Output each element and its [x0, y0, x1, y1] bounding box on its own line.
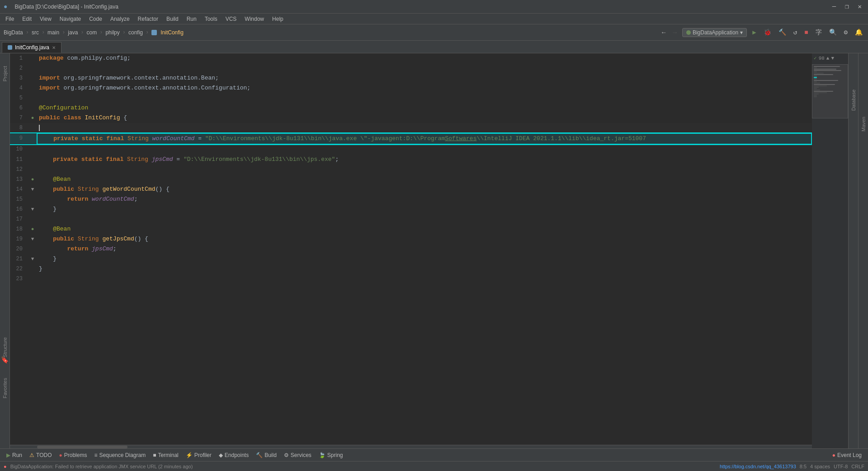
run-tool-button[interactable]: ▶ Run: [4, 451, 25, 459]
forward-button[interactable]: →: [671, 28, 678, 37]
line-content[interactable]: [37, 274, 811, 284]
line-number: 6: [10, 103, 28, 113]
line-content[interactable]: private static final String wordCountCmd…: [37, 133, 811, 144]
run-config-dropdown[interactable]: BigDataApplication ▾: [682, 28, 747, 37]
debug-button[interactable]: 🐞: [762, 28, 773, 37]
line-content[interactable]: private static final String jpsCmd = "D:…: [37, 155, 811, 165]
table-row: 17: [10, 214, 811, 224]
line-content[interactable]: public class InitConfig {: [37, 113, 811, 123]
menu-edit[interactable]: Edit: [19, 15, 35, 23]
menu-vcs[interactable]: VCS: [222, 15, 241, 23]
line-content[interactable]: [37, 214, 811, 224]
problems-tool-button[interactable]: ● Problems: [56, 451, 90, 459]
line-content[interactable]: }: [37, 264, 811, 274]
back-button[interactable]: ←: [660, 28, 667, 37]
maven-tool-button[interactable]: Maven: [861, 117, 866, 132]
menu-tools[interactable]: Tools: [201, 15, 221, 23]
caret-up-icon[interactable]: ▲: [826, 56, 830, 61]
menu-navigate[interactable]: Navigate: [56, 15, 85, 23]
services-tool-button[interactable]: ⚙ Services: [281, 451, 314, 459]
line-content[interactable]: return jpsCmd;: [37, 244, 811, 254]
breadcrumb-bigdata[interactable]: BigData: [4, 29, 23, 36]
line-content[interactable]: [37, 165, 811, 174]
search-button[interactable]: 🔍: [827, 28, 839, 37]
menu-build[interactable]: Build: [163, 15, 182, 23]
minimize-button[interactable]: —: [830, 2, 839, 11]
run-button[interactable]: ▶: [750, 28, 758, 37]
line-content[interactable]: public String getJpsCmd() {: [37, 234, 811, 244]
todo-tool-button[interactable]: ⚠ TODO: [27, 451, 54, 459]
line-content[interactable]: @Bean: [37, 224, 811, 234]
tab-label: InitConfig.java: [15, 44, 49, 51]
code-container[interactable]: 1 package com.philpy.config; 2 3: [10, 53, 812, 445]
tab-close-button[interactable]: ✕: [52, 45, 56, 50]
line-content[interactable]: return wordCountCmd;: [37, 194, 811, 204]
settings-button[interactable]: ⚙: [842, 28, 849, 37]
line-content[interactable]: }: [37, 254, 811, 264]
stop-button[interactable]: ■: [802, 28, 810, 37]
close-button[interactable]: ✕: [855, 2, 864, 11]
line-gutter: [28, 155, 37, 165]
editor-area: 1 package com.philpy.config; 2 3: [10, 53, 812, 448]
line-number: 20: [10, 244, 28, 254]
translate-button[interactable]: 字: [814, 28, 824, 38]
project-tool-button[interactable]: Project: [2, 62, 8, 85]
line-content[interactable]: import org.springframework.context.annot…: [37, 83, 811, 93]
main-area: Project Structure 🔖 Favorites 1 package …: [0, 53, 868, 448]
menu-run[interactable]: Run: [183, 15, 200, 23]
terminal-tool-button[interactable]: ■ Terminal: [150, 451, 181, 459]
caret-down-icon[interactable]: ▼: [831, 56, 834, 61]
endpoints-tool-button[interactable]: ◆ Endpoints: [216, 451, 251, 459]
table-row: 1 package com.philpy.config;: [10, 53, 811, 63]
build-tool-label: Build: [264, 452, 277, 458]
favorites-tool-button[interactable]: Favorites: [2, 374, 8, 402]
horizontal-scrollbar[interactable]: [10, 445, 812, 448]
line-number: 7: [10, 113, 28, 123]
status-link[interactable]: https://blog.csdn.net/qq_43613793: [720, 464, 796, 469]
profiler-tool-button[interactable]: ⚡ Profiler: [183, 451, 214, 459]
breadcrumb-src[interactable]: src: [32, 29, 39, 36]
bookmarks-icon[interactable]: 🔖: [1, 356, 9, 364]
line-content[interactable]: @Bean: [37, 174, 811, 184]
breadcrumb-main[interactable]: main: [47, 29, 59, 36]
line-number: 10: [10, 144, 28, 155]
notifications-button[interactable]: 🔔: [853, 28, 864, 37]
spring-tool-button[interactable]: 🍃 Spring: [316, 451, 346, 459]
run-config-icon: [686, 30, 691, 35]
menu-view[interactable]: View: [36, 15, 55, 23]
line-content[interactable]: [37, 63, 811, 73]
event-log-tool-button[interactable]: ● Event Log: [830, 451, 864, 459]
tab-initconfig[interactable]: InitConfig.java ✕: [2, 42, 61, 53]
sync-button[interactable]: ↺: [792, 28, 799, 37]
breadcrumb-java[interactable]: java: [68, 29, 78, 36]
build-tool-button[interactable]: 🔨 Build: [253, 451, 279, 459]
sequence-diagram-tool-button[interactable]: ≡ Sequence Diagram: [91, 451, 148, 459]
menu-refactor[interactable]: Refactor: [134, 15, 162, 23]
table-row: 14 ▼ public String getWordCountCmd() {: [10, 184, 811, 194]
line-content[interactable]: [37, 123, 811, 133]
menu-code[interactable]: Code: [85, 15, 106, 23]
menu-file[interactable]: File: [2, 15, 18, 23]
menu-window[interactable]: Window: [241, 15, 268, 23]
breadcrumb-config[interactable]: config: [128, 29, 143, 36]
line-content[interactable]: public String getWordCountCmd() {: [37, 184, 811, 194]
breadcrumb-com[interactable]: com: [87, 29, 97, 36]
line-content[interactable]: @Configuration: [37, 103, 811, 113]
build-button[interactable]: 🔨: [777, 28, 788, 37]
toolbar: BigData › src › main › java › com › phil…: [0, 24, 868, 41]
line-content[interactable]: [37, 144, 811, 155]
menu-analyze[interactable]: Analyze: [107, 15, 133, 23]
line-content[interactable]: package com.philpy.config;: [37, 53, 811, 63]
breadcrumb-current-class[interactable]: InitConfig: [160, 29, 184, 36]
breadcrumb-philpy[interactable]: philpy: [105, 29, 119, 36]
problems-tool-icon: ●: [59, 452, 62, 458]
line-content[interactable]: }: [37, 204, 811, 214]
restore-button[interactable]: ❒: [842, 2, 851, 11]
menu-help[interactable]: Help: [269, 15, 287, 23]
minimap-lines: [812, 64, 848, 448]
table-row: 4 import org.springframework.context.ann…: [10, 83, 811, 93]
line-content[interactable]: [37, 93, 811, 103]
line-gutter: ▼: [28, 254, 37, 264]
line-content[interactable]: import org.springframework.context.annot…: [37, 73, 811, 83]
database-tool-button[interactable]: Database: [851, 89, 856, 111]
